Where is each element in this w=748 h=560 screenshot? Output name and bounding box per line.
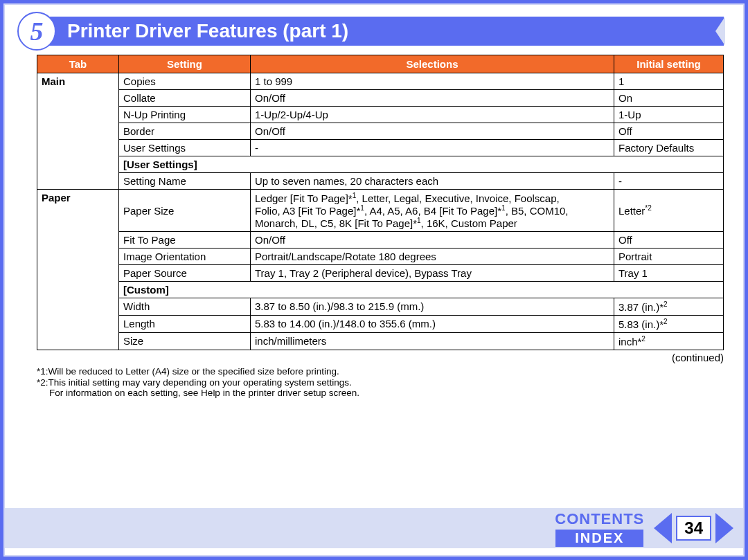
contents-link[interactable]: CONTENTS <box>555 510 644 528</box>
footnotes: *1:Will be reduced to Letter (A4) size o… <box>37 366 724 399</box>
cell-selections: Ledger [Fit To Page]*1, Letter, Legal, E… <box>251 190 614 232</box>
cell-initial: - <box>614 173 724 190</box>
title-end-decor <box>715 17 725 46</box>
cell-setting: User Settings <box>119 140 251 156</box>
cell-selections: Portrait/Landscape/Rotate 180 degrees <box>251 249 614 265</box>
cell-initial: Letter*2 <box>614 190 724 232</box>
chapter-number: 5 <box>30 16 44 46</box>
chapter-circle: 5 <box>17 12 56 51</box>
cell-setting: Paper Source <box>119 265 251 282</box>
cell-selections: 3.87 to 8.50 (in.)/98.3 to 215.9 (mm.) <box>251 298 614 316</box>
cell-selections: 1-Up/2-Up/4-Up <box>251 107 614 123</box>
footnote-1: *1:Will be reduced to Letter (A4) size o… <box>37 366 724 377</box>
cell-setting: Paper Size <box>119 190 251 232</box>
features-table: Tab Setting Selections Initial setting M… <box>37 55 724 350</box>
custom-subheader: [Custom] <box>119 282 724 298</box>
prev-page-icon[interactable] <box>654 513 672 543</box>
cell-setting: Border <box>119 123 251 140</box>
table-row: Setting Name Up to seven names, 20 chara… <box>37 173 724 190</box>
cell-setting: N-Up Printing <box>119 107 251 123</box>
cell-initial: On <box>614 90 724 107</box>
table-row: Paper Paper Size Ledger [Fit To Page]*1,… <box>37 190 724 232</box>
footnote-2: *2:This initial setting may vary dependi… <box>37 377 724 388</box>
table-row: [Custom] <box>37 282 724 298</box>
cell-setting: Width <box>119 298 251 316</box>
cell-setting: Size <box>119 333 251 350</box>
cell-selections: Tray 1, Tray 2 (Peripheral device), Bypa… <box>251 265 614 282</box>
cell-setting: Copies <box>119 73 251 90</box>
page-title: Printer Driver Features (part 1) <box>67 20 348 42</box>
footer-links: CONTENTS INDEX <box>555 510 644 547</box>
cell-initial: 5.83 (in.)*2 <box>614 316 724 333</box>
cell-initial: inch*2 <box>614 333 724 350</box>
cell-initial: Factory Defaults <box>614 140 724 156</box>
cell-setting: Image Orientation <box>119 249 251 265</box>
tab-main-label: Main <box>37 73 119 190</box>
page-number: 34 <box>676 516 711 541</box>
table-row: Length 5.83 to 14.00 (in.)/148.0 to 355.… <box>37 316 724 333</box>
cell-initial: Off <box>614 123 724 140</box>
table-row: Fit To Page On/Off Off <box>37 232 724 249</box>
cell-initial: Tray 1 <box>614 265 724 282</box>
table-row: Border On/Off Off <box>37 123 724 140</box>
index-link[interactable]: INDEX <box>555 530 643 547</box>
cell-selections: - <box>251 140 614 156</box>
table-row: Size inch/millimeters inch*2 <box>37 333 724 350</box>
content-area: Tab Setting Selections Initial setting M… <box>37 55 724 399</box>
cell-selections: On/Off <box>251 232 614 249</box>
th-setting: Setting <box>119 55 251 73</box>
table-row: Main Copies 1 to 999 1 <box>37 73 724 90</box>
th-initial: Initial setting <box>614 55 724 73</box>
tab-paper-label: Paper <box>37 190 119 350</box>
cell-selections: 5.83 to 14.00 (in.)/148.0 to 355.6 (mm.) <box>251 316 614 333</box>
cell-initial: 3.87 (in.)*2 <box>614 298 724 316</box>
cell-initial: Off <box>614 232 724 249</box>
cell-selections: inch/millimeters <box>251 333 614 350</box>
cell-selections: On/Off <box>251 90 614 107</box>
table-row: Width 3.87 to 8.50 (in.)/98.3 to 215.9 (… <box>37 298 724 316</box>
table-row: Paper Source Tray 1, Tray 2 (Peripheral … <box>37 265 724 282</box>
cell-initial: 1-Up <box>614 107 724 123</box>
cell-setting: Fit To Page <box>119 232 251 249</box>
cell-initial: 1 <box>614 73 724 90</box>
table-row: User Settings - Factory Defaults <box>37 140 724 156</box>
cell-setting: Setting Name <box>119 173 251 190</box>
continued-label: (continued) <box>37 350 724 363</box>
user-settings-subheader: [User Settings] <box>119 156 724 173</box>
title-strip: Printer Driver Features (part 1) <box>37 17 724 46</box>
footer-bar: CONTENTS INDEX 34 <box>5 508 743 548</box>
table-row: Collate On/Off On <box>37 90 724 107</box>
next-page-icon[interactable] <box>715 513 733 543</box>
cell-setting: Length <box>119 316 251 333</box>
table-row: N-Up Printing 1-Up/2-Up/4-Up 1-Up <box>37 107 724 123</box>
th-selections: Selections <box>251 55 614 73</box>
cell-initial: Portrait <box>614 249 724 265</box>
cell-selections: Up to seven names, 20 characters each <box>251 173 614 190</box>
table-header-row: Tab Setting Selections Initial setting <box>37 55 724 73</box>
cell-selections: 1 to 999 <box>251 73 614 90</box>
table-row: [User Settings] <box>37 156 724 173</box>
th-tab: Tab <box>37 55 119 73</box>
title-bar: 5 Printer Driver Features (part 1) <box>17 15 724 48</box>
cell-setting: Collate <box>119 90 251 107</box>
cell-selections: On/Off <box>251 123 614 140</box>
table-row: Image Orientation Portrait/Landscape/Rot… <box>37 249 724 265</box>
footnote-3: For information on each setting, see Hel… <box>37 388 724 399</box>
